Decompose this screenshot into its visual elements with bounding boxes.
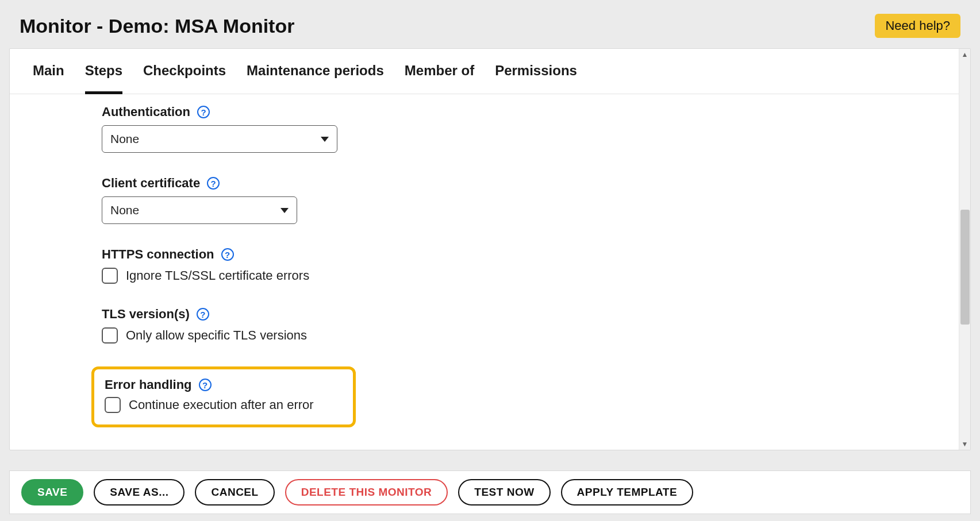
client-certificate-label-text: Client certificate [102, 176, 200, 191]
test-now-button[interactable]: TEST NOW [458, 479, 550, 505]
save-button[interactable]: SAVE [21, 479, 83, 505]
tls-versions-field: TLS version(s) ? Only allow specific TLS… [102, 307, 947, 344]
tab-permissions[interactable]: Permissions [495, 63, 577, 94]
scrollbar[interactable]: ▲ ▼ [959, 49, 970, 450]
only-specific-tls-row: Only allow specific TLS versions [102, 327, 947, 344]
client-certificate-label: Client certificate ? [102, 176, 947, 191]
client-certificate-value: None [110, 203, 139, 217]
chevron-down-icon [321, 137, 329, 142]
help-icon[interactable]: ? [197, 106, 210, 118]
page-header: Monitor - Demo: MSA Monitor Need help? [0, 0, 980, 48]
authentication-field: Authentication ? None [102, 105, 947, 153]
delete-monitor-button[interactable]: DELETE THIS MONITOR [285, 479, 448, 505]
https-connection-label-text: HTTPS connection [102, 247, 214, 262]
error-handling-highlight: Error handling ? Continue execution afte… [91, 366, 356, 427]
help-icon[interactable]: ? [199, 379, 212, 391]
continue-after-error-checkbox[interactable] [105, 397, 121, 413]
help-icon[interactable]: ? [197, 308, 209, 321]
main-panel: Main Steps Checkpoints Maintenance perio… [9, 48, 971, 450]
error-handling-label-text: Error handling [105, 377, 192, 392]
tab-maintenance-periods[interactable]: Maintenance periods [247, 63, 384, 94]
tab-steps[interactable]: Steps [85, 63, 122, 94]
only-specific-tls-label: Only allow specific TLS versions [126, 328, 307, 343]
https-connection-label: HTTPS connection ? [102, 247, 947, 262]
tab-main[interactable]: Main [33, 63, 64, 94]
error-handling-label: Error handling ? [105, 377, 343, 392]
authentication-label: Authentication ? [102, 105, 947, 119]
scroll-up-arrow-icon[interactable]: ▲ [959, 49, 970, 60]
tab-member-of[interactable]: Member of [405, 63, 474, 94]
ignore-tls-errors-checkbox[interactable] [102, 268, 118, 284]
help-icon[interactable]: ? [221, 248, 234, 261]
tab-checkpoints[interactable]: Checkpoints [143, 63, 226, 94]
footer-bar: SAVE SAVE AS... CANCEL DELETE THIS MONIT… [9, 470, 971, 514]
need-help-button[interactable]: Need help? [875, 14, 960, 38]
client-certificate-field: Client certificate ? None [102, 176, 947, 224]
continue-after-error-row: Continue execution after an error [105, 397, 343, 413]
chevron-down-icon [280, 208, 289, 213]
error-handling-field: Error handling ? Continue execution afte… [105, 377, 343, 413]
only-specific-tls-checkbox[interactable] [102, 327, 118, 344]
page-title: Monitor - Demo: MSA Monitor [20, 15, 294, 37]
continue-after-error-label: Continue execution after an error [129, 397, 314, 412]
tls-versions-label: TLS version(s) ? [102, 307, 947, 322]
apply-template-button[interactable]: APPLY TEMPLATE [561, 479, 694, 505]
scroll-thumb[interactable] [960, 210, 970, 325]
ignore-tls-errors-row: Ignore TLS/SSL certificate errors [102, 268, 947, 284]
client-certificate-select[interactable]: None [102, 196, 297, 224]
authentication-value: None [110, 132, 139, 146]
tls-versions-label-text: TLS version(s) [102, 307, 190, 322]
help-icon[interactable]: ? [207, 177, 220, 190]
tab-bar: Main Steps Checkpoints Maintenance perio… [10, 49, 970, 94]
https-connection-field: HTTPS connection ? Ignore TLS/SSL certif… [102, 247, 947, 284]
cancel-button[interactable]: CANCEL [195, 479, 274, 505]
scroll-down-arrow-icon[interactable]: ▼ [959, 438, 970, 450]
ignore-tls-errors-label: Ignore TLS/SSL certificate errors [126, 268, 309, 283]
save-as-button[interactable]: SAVE AS... [94, 479, 185, 505]
authentication-label-text: Authentication [102, 105, 190, 119]
form-area: Authentication ? None Client certificate… [10, 94, 970, 445]
authentication-select[interactable]: None [102, 125, 337, 153]
